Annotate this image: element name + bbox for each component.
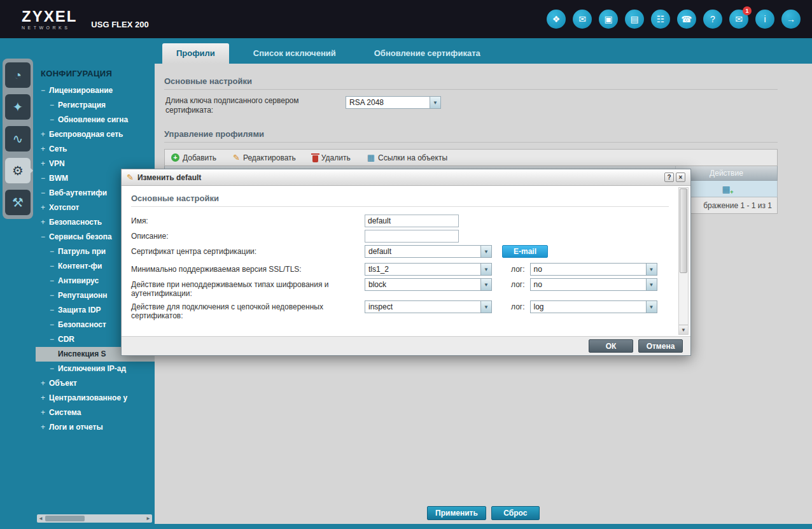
- maintenance-icon[interactable]: ⚒: [5, 190, 31, 215]
- web-console-icon[interactable]: ✉: [573, 10, 592, 29]
- monitor-icon[interactable]: ∿: [5, 126, 31, 152]
- collapse-icon[interactable]: −: [50, 362, 58, 376]
- key-length-select[interactable]: RSA 2048 ▼: [346, 96, 441, 109]
- sidebar-item[interactable]: −Лицензирование: [36, 83, 155, 98]
- configuration-icon[interactable]: ⚙: [5, 158, 31, 183]
- sidebar-item[interactable]: −Обновление сигна: [36, 113, 155, 127]
- collapse-icon[interactable]: −: [50, 288, 58, 303]
- collapse-icon[interactable]: −: [41, 83, 49, 98]
- cli-icon[interactable]: ▣: [599, 10, 618, 29]
- sidebar-item[interactable]: +Сеть: [36, 142, 155, 157]
- sidebar-item[interactable]: −Регистрация: [36, 98, 155, 113]
- ssl-log-select[interactable]: no ▼: [530, 263, 657, 276]
- dialog-scroll-thumb[interactable]: [680, 188, 687, 273]
- console-icon[interactable]: ☎: [677, 10, 696, 29]
- ok-button[interactable]: ОК: [589, 339, 633, 353]
- sidebar-item-label: BWM: [49, 174, 68, 183]
- dialog-help-button[interactable]: ?: [664, 173, 674, 182]
- collapse-icon[interactable]: −: [41, 186, 49, 201]
- edit-button[interactable]: ✎ Редактировать: [233, 153, 296, 162]
- description-input[interactable]: [365, 230, 459, 243]
- apply-button[interactable]: Применить: [427, 506, 486, 520]
- email-button[interactable]: E-mail: [502, 245, 548, 258]
- cancel-button[interactable]: Отмена: [638, 339, 683, 353]
- apply-bar: Применить Сброс: [155, 506, 812, 520]
- secureporter-icon[interactable]: ❖: [547, 10, 566, 29]
- unsupported-log-select[interactable]: no ▼: [530, 278, 657, 291]
- sidebar-item[interactable]: +Беспроводная сеть: [36, 127, 155, 142]
- object-references-label: Ссылки на объекты: [378, 153, 447, 162]
- forum-icon[interactable]: ✉1: [729, 10, 748, 29]
- sidebar-item[interactable]: −Исключения IP-ад: [36, 362, 155, 376]
- name-input[interactable]: [365, 215, 459, 227]
- expand-icon[interactable]: +: [41, 376, 49, 391]
- scroll-down-icon[interactable]: ▼: [679, 325, 688, 334]
- untrusted-log-value: log: [531, 301, 646, 313]
- dialog-body: Основные настройки Имя: Описание: Сертиф…: [122, 186, 690, 336]
- expand-icon[interactable]: +: [41, 201, 49, 215]
- scroll-left-icon[interactable]: ◄: [38, 516, 43, 521]
- add-icon: +: [171, 153, 179, 162]
- ca-certificate-select[interactable]: default ▼: [365, 245, 492, 258]
- about-icon[interactable]: i: [755, 10, 774, 29]
- dialog-close-button[interactable]: ×: [676, 173, 685, 182]
- collapse-icon[interactable]: −: [41, 171, 49, 186]
- sidebar-item[interactable]: +Централизованное у: [36, 391, 155, 406]
- sidebar-item-label: Антивирус: [58, 276, 99, 285]
- ssl-version-value: tls1_2: [365, 264, 480, 275]
- collapse-icon[interactable]: −: [50, 332, 58, 347]
- sidebar-item-label: Безопасность: [49, 218, 102, 227]
- sidebar-item-label: Система: [49, 408, 81, 417]
- expand-icon[interactable]: +: [41, 127, 49, 142]
- dialog-scrollbar[interactable]: ▼: [678, 187, 689, 335]
- collapse-icon[interactable]: −: [50, 259, 58, 274]
- logout-icon[interactable]: →: [781, 10, 801, 29]
- site-map-icon[interactable]: ☷: [651, 10, 670, 29]
- delete-button[interactable]: Удалить: [312, 153, 351, 162]
- tab-certificate-update[interactable]: Обновление сертификата: [360, 43, 494, 64]
- expand-icon[interactable]: +: [41, 391, 49, 406]
- notification-badge: 1: [743, 6, 752, 15]
- untrusted-log-select[interactable]: log ▼: [530, 300, 657, 313]
- tab-exclusion-list[interactable]: Список исключений: [239, 43, 350, 64]
- row-references-icon[interactable]: ▦ +: [722, 184, 730, 194]
- expand-icon[interactable]: +: [41, 142, 49, 157]
- expand-icon[interactable]: +: [41, 157, 49, 171]
- object-references-button[interactable]: ▦ Ссылки на объекты: [367, 153, 447, 162]
- collapse-icon[interactable]: −: [50, 274, 58, 288]
- reset-button[interactable]: Сброс: [491, 506, 540, 520]
- tab-profiles[interactable]: Профили: [162, 43, 229, 64]
- collapse-icon[interactable]: −: [50, 98, 58, 113]
- name-row: Имя:: [131, 215, 669, 227]
- wizard-icon[interactable]: ✦: [5, 94, 31, 120]
- reference-guide-icon[interactable]: ▤: [625, 10, 644, 29]
- sidebar-item[interactable]: +Логи и отчеты: [36, 420, 155, 435]
- sidebar-item-label: Защита IDP: [58, 306, 101, 314]
- expand-icon[interactable]: +: [41, 215, 49, 230]
- expand-icon[interactable]: +: [41, 406, 49, 420]
- sidebar-item[interactable]: +Объект: [36, 376, 155, 391]
- collapse-icon[interactable]: −: [50, 303, 58, 318]
- scroll-thumb[interactable]: [45, 516, 85, 521]
- logo-subtext: NETWORKS: [22, 25, 77, 30]
- ssl-version-select[interactable]: tls1_2 ▼: [365, 263, 492, 276]
- dialog-edit-icon: ✎: [127, 173, 134, 182]
- help-icon[interactable]: ?: [703, 10, 722, 29]
- unsupported-suit-select[interactable]: block ▼: [365, 278, 492, 291]
- collapse-icon[interactable]: −: [41, 230, 49, 244]
- sidebar-item[interactable]: +Система: [36, 406, 155, 420]
- dialog-titlebar[interactable]: ✎ Изменить default ? ×: [122, 169, 690, 186]
- zyxel-logo: ZYXEL NETWORKS: [22, 9, 77, 30]
- add-button[interactable]: + Добавить: [171, 153, 216, 162]
- page: ZYXEL NETWORKS USG FLEX 200 ❖✉▣▤☷☎?✉1i→ …: [0, 0, 812, 529]
- untrusted-chain-select[interactable]: inspect ▼: [365, 300, 492, 313]
- dialog-footer: ОК Отмена: [122, 336, 690, 355]
- dashboard-icon[interactable]: ◔: [5, 62, 31, 88]
- collapse-icon[interactable]: −: [50, 113, 58, 127]
- collapse-icon[interactable]: −: [50, 244, 58, 259]
- sidebar-horizontal-scrollbar[interactable]: ◄ ►: [37, 514, 152, 523]
- scroll-right-icon[interactable]: ►: [146, 516, 151, 521]
- expand-icon[interactable]: +: [41, 420, 49, 435]
- collapse-icon[interactable]: −: [50, 318, 58, 332]
- ssl-version-label: Минимально поддерживаемая версия SSL/TLS…: [131, 263, 365, 274]
